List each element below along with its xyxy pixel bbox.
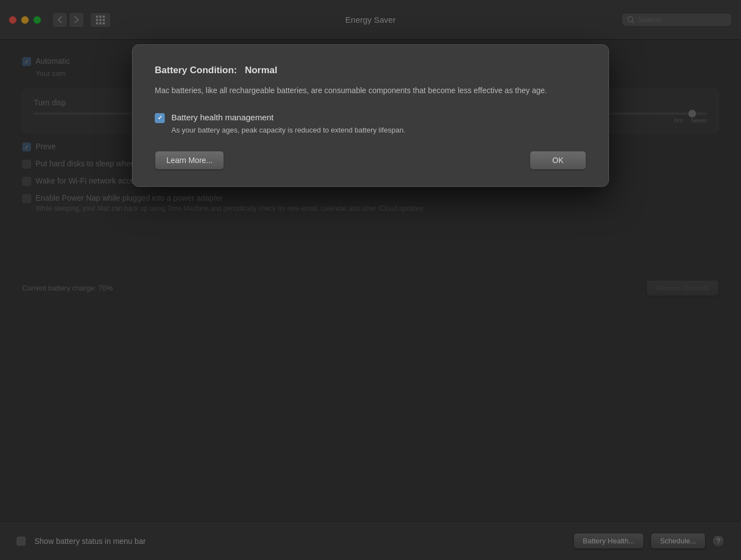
modal-overlay: Battery Condition: Normal Mac batteries,… xyxy=(0,0,741,560)
modal-description: Mac batteries, like all rechargeable bat… xyxy=(155,85,565,97)
health-management-checkbox[interactable]: ✓ xyxy=(155,113,165,123)
learn-more-button[interactable]: Learn More... xyxy=(155,151,224,170)
battery-health-modal: Battery Condition: Normal Mac batteries,… xyxy=(132,44,609,187)
health-management-label: Battery health management xyxy=(171,113,405,122)
health-management-desc: As your battery ages, peak capacity is r… xyxy=(171,125,405,135)
modal-footer: Learn More... OK xyxy=(155,151,586,170)
ok-button[interactable]: OK xyxy=(530,151,586,170)
health-management-section: ✓ Battery health management As your batt… xyxy=(155,113,586,135)
modal-title: Battery Condition: Normal xyxy=(155,65,586,76)
